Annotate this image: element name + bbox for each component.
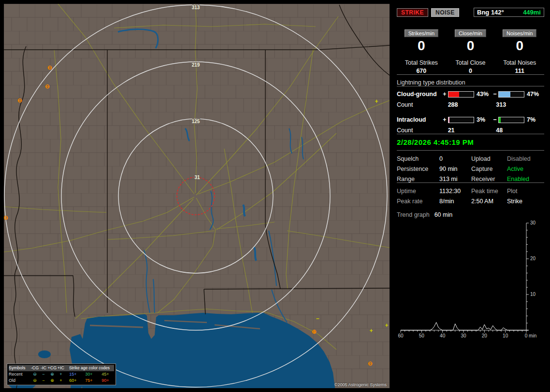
trend-header: Trend graph 60 min — [397, 211, 544, 218]
cg-minus-count: 313 — [496, 101, 544, 108]
divider — [397, 182, 544, 183]
peak-rate-value: 8/min — [439, 198, 471, 205]
peak-time-value: 2:50 AM — [471, 198, 507, 205]
noise-button[interactable]: NOISE — [431, 8, 459, 17]
close-per-min-chip: Close/min — [455, 29, 486, 37]
side-panel: STRIKE NOISE Bng 142° 449mi Strikes/min … — [394, 4, 547, 388]
peak-time-label: Peak time — [471, 188, 507, 195]
svg-text:+: + — [375, 98, 378, 105]
ic-plus-count: 21 — [448, 127, 496, 134]
divider — [397, 150, 544, 151]
capture-label: Capture — [471, 166, 507, 172]
uptime-label: Uptime — [397, 188, 439, 195]
intracloud-label: Intracloud — [397, 116, 442, 123]
status-grid: Squelch 0 Upload Disabled Persistence 90… — [397, 155, 544, 182]
map-legend: Symbols -CG -IC +CG +IC Strike age color… — [7, 364, 116, 385]
legend-symbols-header: Symbols — [9, 365, 30, 371]
uptime-value: 1132:30 — [439, 188, 471, 195]
svg-text:40: 40 — [440, 333, 446, 338]
intracloud-row: Intracloud + 3% − 7% — [397, 116, 544, 123]
total-close-label: Total Close — [456, 59, 486, 66]
close-counter: Close/min 0 Total Close 0 — [446, 29, 495, 74]
divider — [397, 74, 544, 75]
persistence-label: Persistence — [397, 166, 439, 172]
legend-col-cg-minus: -CG — [30, 365, 40, 371]
cg-count-label: Count — [397, 101, 448, 108]
legend-age-75: 75+ — [81, 378, 97, 384]
bearing-label: Bng 142° — [477, 9, 504, 16]
minus-sign: − — [492, 91, 497, 98]
svg-text:⊕: ⊕ — [312, 328, 317, 335]
svg-text:10: 10 — [530, 292, 536, 297]
legend-recent-label: Recent — [9, 371, 30, 378]
cg-plus-count: 288 — [448, 101, 496, 108]
persistence-value: 90 min — [439, 166, 471, 172]
cg-minus-old-icon: ⊖ — [30, 378, 40, 384]
ic-plus-old-icon: + — [57, 378, 65, 384]
cg-plus-old-icon: ⊕ — [47, 378, 57, 384]
basemap-svg: 313 219 125 31 ⊖⊖⊖⊖⊕⊖+++− — [4, 4, 390, 388]
legend-age-15: 15+ — [65, 371, 81, 378]
plus-sign: + — [442, 91, 447, 98]
svg-text:30: 30 — [530, 220, 536, 225]
legend-age-30: 30+ — [81, 371, 97, 378]
ring-label-125: 125 — [192, 119, 200, 124]
legend-col-ic-minus: -IC — [40, 365, 47, 371]
range-label: Range — [397, 176, 439, 182]
total-noises-label: Total Noises — [503, 59, 536, 66]
legend-col-cg-plus: +CG — [47, 365, 57, 371]
capture-value: Active — [507, 166, 544, 172]
ring-label-31: 31 — [194, 175, 200, 180]
svg-text:⊖: ⊖ — [47, 64, 52, 71]
total-strikes-value: 670 — [416, 68, 426, 74]
svg-text:+: + — [369, 327, 373, 334]
receiver-value: Enabled — [507, 176, 544, 182]
cg-minus-bar — [498, 91, 524, 98]
cg-plus-bar — [448, 91, 474, 98]
noises-per-min-value: 0 — [516, 38, 523, 54]
ic-plus-pct: 3% — [477, 116, 492, 123]
squelch-label: Squelch — [397, 155, 439, 162]
strike-button[interactable]: STRIKE — [397, 8, 428, 17]
bearing-distance: 449mi — [523, 9, 541, 16]
lightning-map[interactable]: 313 219 125 31 ⊖⊖⊖⊖⊕⊖+++− Symbols -CG -I… — [4, 4, 390, 388]
svg-text:⊖: ⊖ — [4, 214, 8, 221]
strikes-per-min-value: 0 — [418, 38, 425, 54]
total-strikes-label: Total Strikes — [405, 59, 438, 66]
distribution-title: Lightning type distribution — [397, 79, 544, 86]
trend-graph-label: Trend graph — [397, 211, 430, 218]
ring-label-313: 313 — [192, 5, 200, 10]
ic-minus-recent-icon: − — [40, 371, 47, 378]
svg-text:+: + — [385, 322, 388, 329]
cg-minus-pct: 47% — [527, 91, 543, 98]
svg-text:0 min: 0 min — [525, 333, 536, 338]
trend-window-value: 60 min — [434, 211, 453, 218]
plot-value: Strike — [507, 198, 544, 205]
datetime-display: 2/28/2026 4:45:19 PM — [397, 138, 544, 146]
mode-toolbar: STRIKE NOISE Bng 142° 449mi — [397, 8, 544, 17]
ic-minus-count: 48 — [496, 127, 544, 134]
legend-old-label: Old — [9, 378, 30, 384]
squelch-value: 0 — [439, 155, 471, 162]
app-window: 313 219 125 31 ⊖⊖⊖⊖⊕⊖+++− Symbols -CG -I… — [0, 0, 550, 392]
upload-value: Disabled — [507, 155, 544, 162]
trend-chart-svg: 6050403020100 min302010 — [397, 220, 544, 341]
peak-rate-label: Peak rate — [397, 198, 439, 205]
close-per-min-value: 0 — [467, 38, 475, 54]
svg-text:50: 50 — [419, 333, 425, 338]
strikes-per-min-chip: Strikes/min — [405, 29, 438, 37]
stats-grid: Uptime 1132:30 Peak time Plot Peak rate … — [397, 188, 544, 205]
cg-plus-pct: 43% — [477, 91, 492, 98]
ic-minus-pct: 7% — [527, 116, 543, 123]
svg-text:60: 60 — [398, 333, 404, 338]
svg-text:⊖: ⊖ — [45, 83, 50, 90]
cg-plus-recent-icon: ⊕ — [47, 371, 57, 378]
cloud-ground-row: Cloud-ground + 43% − 47% — [397, 91, 544, 98]
legend-age-45: 45+ — [97, 371, 114, 378]
cloud-ground-label: Cloud-ground — [397, 91, 442, 98]
cg-minus-recent-icon: ⊖ — [30, 371, 40, 378]
strikes-counter: Strikes/min 0 Total Strikes 670 — [397, 29, 446, 74]
legend-age-90: 90+ — [97, 378, 114, 384]
ic-count-label: Count — [397, 127, 448, 134]
copyright-text: ©2005 Astrogenic Systems — [334, 382, 387, 387]
